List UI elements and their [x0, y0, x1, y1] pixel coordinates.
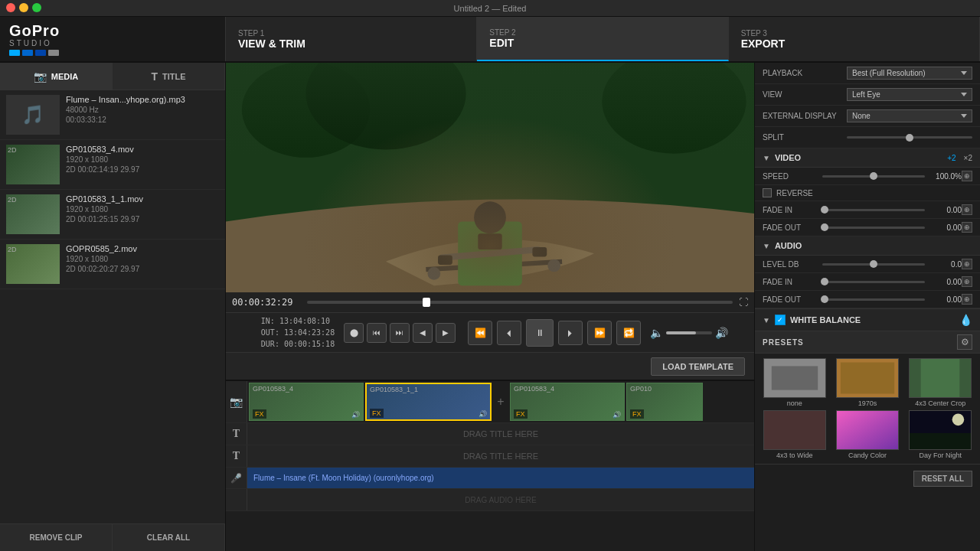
tab-title[interactable]: T TITLE: [113, 63, 225, 90]
speed-adjust-button[interactable]: ⊕: [962, 171, 972, 181]
fade-in-value: 0.00: [931, 206, 962, 214]
fade-in-slider[interactable]: [822, 209, 925, 211]
add-clip-button[interactable]: +: [493, 383, 508, 421]
level-db-row: LEVEL dB 0.0 ⊕: [755, 256, 980, 273]
media-info: GP010583_4.mov 1920 x 1080 2D 00:02:14:1…: [66, 145, 219, 174]
audio-section-header[interactable]: ▼ AUDIO: [755, 236, 980, 256]
external-display-dropdown[interactable]: None: [847, 109, 972, 122]
steps: STEP 1 VIEW & TRIM STEP 2 EDIT STEP 3 EX…: [226, 17, 980, 61]
reverse-checkbox[interactable]: [763, 188, 772, 197]
audio-track-control: 🎤: [226, 468, 247, 488]
rewind-button[interactable]: ⏪: [468, 321, 492, 345]
prev-frame-button[interactable]: ⏮: [367, 323, 387, 343]
preset-4x3-to-wide[interactable]: 4x3 to Wide: [760, 410, 829, 459]
music-icon: 🎵: [21, 104, 44, 126]
list-item[interactable]: 🎵 Flume – Insan...yhope.org).mp3 48000 H…: [0, 90, 225, 140]
volume-slider[interactable]: [666, 331, 712, 334]
scrubber-handle[interactable]: [423, 298, 430, 307]
playback-dropdown[interactable]: Best (Full Resolution): [847, 67, 972, 80]
fullscreen-button[interactable]: ⛶: [739, 297, 748, 308]
audio-fade-in-slider[interactable]: [822, 281, 925, 283]
level-value: 0.0: [931, 260, 962, 269]
pause-button[interactable]: ⏸: [526, 319, 554, 347]
step-2[interactable]: STEP 2 EDIT: [477, 17, 728, 61]
preset-none[interactable]: none: [760, 358, 829, 407]
level-adjust-button[interactable]: ⊕: [962, 259, 972, 269]
fade-out-handle[interactable]: [821, 223, 828, 231]
preset-day-for-night[interactable]: Day For Night: [906, 410, 975, 459]
audio-fade-out-handle[interactable]: [821, 295, 828, 303]
split-handle[interactable]: [906, 134, 913, 142]
audio-fade-in-adjust-button[interactable]: ⊕: [962, 276, 972, 287]
go-to-out-button[interactable]: ▶: [436, 323, 456, 343]
speed-handle[interactable]: [870, 172, 877, 180]
title-drag-area[interactable]: DRAG TITLE HERE: [247, 423, 754, 445]
step-1[interactable]: STEP 1 VIEW & TRIM: [226, 17, 477, 61]
audio-clip[interactable]: Flume – Insane (Ft. Moon Holiday) (ouron…: [247, 468, 754, 488]
fade-in-adjust-button[interactable]: ⊕: [962, 204, 972, 215]
next-frame-button[interactable]: ⏭: [390, 323, 410, 343]
preset-candy-color[interactable]: Candy Color: [832, 410, 902, 459]
reset-all-button[interactable]: RESET ALL: [913, 471, 972, 487]
audio-drag-area[interactable]: DRAG AUDIO HERE: [247, 489, 754, 510]
audio-fade-out-adjust-button[interactable]: ⊕: [962, 294, 972, 305]
video-frame: [226, 63, 754, 292]
timeline-scrubber[interactable]: [307, 301, 733, 304]
video-clip[interactable]: GP010583_4 FX 🔊: [510, 383, 625, 421]
step-back-button[interactable]: ⏴: [497, 321, 521, 345]
video-collapse-arrow: ▼: [763, 154, 770, 162]
video-clip[interactable]: GP010583_4 FX 🔊: [249, 383, 364, 421]
audio-section-title: AUDIO: [775, 241, 972, 250]
fade-out-adjust-button[interactable]: ⊕: [962, 222, 972, 233]
fast-forward-button[interactable]: ⏩: [587, 321, 612, 345]
clear-all-button[interactable]: CLEAR ALL: [113, 524, 225, 551]
wb-checkbox[interactable]: ✓: [775, 315, 786, 325]
chevron-down-icon: [961, 71, 967, 75]
video-section-header[interactable]: ▼ VIDEO +2 ×2: [755, 148, 980, 168]
media-name: Flume – Insan...yhope.org).mp3: [66, 95, 219, 104]
fade-in-handle[interactable]: [821, 206, 828, 214]
gopro-logo: GoPro STUDIO: [9, 23, 60, 56]
audio-fade-in-value: 0.00: [931, 278, 962, 286]
go-to-in-button[interactable]: ◀: [413, 323, 433, 343]
set-in-button[interactable]: ⬤: [344, 323, 364, 343]
duration: DUR: 00:00:15:18: [261, 338, 335, 350]
level-slider[interactable]: [822, 263, 925, 266]
step-3[interactable]: STEP 3 EXPORT: [729, 17, 980, 61]
window-controls[interactable]: [6, 3, 41, 12]
presets-settings-button[interactable]: ⚙: [957, 334, 972, 350]
split-slider[interactable]: [847, 136, 972, 139]
minimize-button[interactable]: [19, 3, 28, 12]
clip-label: GP010583_4: [514, 385, 554, 393]
droplet-icon[interactable]: 💧: [959, 314, 972, 326]
remove-clip-button[interactable]: REMOVE CLIP: [0, 524, 113, 551]
close-button[interactable]: [6, 3, 15, 12]
fade-out-slider[interactable]: [822, 227, 925, 229]
preset-1970s[interactable]: 1970s: [832, 358, 902, 407]
preset-4x3-center-crop[interactable]: 4x3 Center Crop: [906, 358, 975, 407]
clip-label: GP010: [630, 385, 652, 393]
maximize-button[interactable]: [32, 3, 41, 12]
audio-fade-out-slider[interactable]: [822, 298, 925, 301]
white-balance-header[interactable]: ▼ ✓ WHITE BALANCE 💧: [755, 309, 980, 331]
audio-collapse-arrow: ▼: [763, 242, 770, 250]
audio-fade-in-handle[interactable]: [821, 278, 828, 285]
volume-icon: 🔈: [650, 327, 663, 339]
view-dropdown[interactable]: Left Eye: [847, 88, 972, 101]
list-item[interactable]: 2D GP010583_1_1.mov 1920 x 1080 2D 00:01…: [0, 190, 225, 240]
transport-controls: IN: 13:04:08:10 OUT: 13:04:23:28 DUR: 00…: [226, 312, 754, 352]
list-item[interactable]: 2D GP010583_4.mov 1920 x 1080 2D 00:02:1…: [0, 140, 225, 190]
speed-slider[interactable]: [822, 175, 925, 178]
titlebar: Untitled 2 — Edited: [0, 0, 980, 17]
tab-media[interactable]: 📷 MEDIA: [0, 63, 113, 90]
title-drag-area-2[interactable]: DRAG TITLE HERE: [247, 445, 754, 467]
split-label: SPLIT: [763, 133, 847, 142]
level-handle[interactable]: [870, 260, 877, 268]
video-clip[interactable]: GP010583_1_1 FX 🔊: [365, 383, 492, 421]
loop-button[interactable]: 🔁: [616, 321, 641, 345]
logo-dot-2: [22, 50, 33, 56]
step-forward-button[interactable]: ⏵: [558, 321, 583, 345]
list-item[interactable]: 2D GOPR0585_2.mov 1920 x 1080 2D 00:02:2…: [0, 240, 225, 289]
video-clip[interactable]: GP010 FX: [626, 383, 703, 421]
load-template-button[interactable]: LOAD TEMPLATE: [651, 357, 745, 376]
